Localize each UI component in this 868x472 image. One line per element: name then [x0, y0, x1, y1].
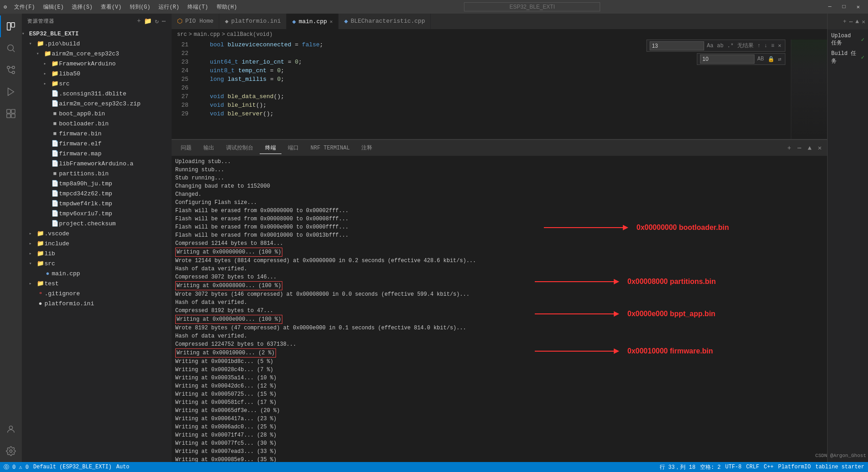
activity-debug[interactable]: [0, 81, 22, 103]
titlebar-menu-item[interactable]: 文件(F): [10, 2, 39, 12]
close-button[interactable]: ✕: [852, 0, 864, 14]
replace-match-case[interactable]: AB: [756, 55, 764, 63]
list-item[interactable]: ▸📁liba50: [22, 69, 172, 79]
sidebar-actions[interactable]: + 📁 ↻ ⋯: [137, 17, 166, 25]
tab-BLECharacteristic-cpp[interactable]: ◆BLECharacteristic.cpp: [339, 14, 431, 29]
task-item-upload[interactable]: Upload 任务 ✓: [829, 31, 866, 48]
tab-main-cpp[interactable]: ◆main.cpp✕: [286, 14, 338, 29]
list-item[interactable]: ■boot_app0.bin: [22, 109, 172, 119]
collapse-icon[interactable]: ⋯: [162, 17, 166, 25]
list-item[interactable]: ▾📁src: [22, 258, 172, 268]
list-item[interactable]: 📄tmp8a90h_ju.tmp: [22, 179, 172, 189]
tab-platformio-ini[interactable]: ◆platformio.ini: [219, 14, 286, 29]
find-next[interactable]: ↓: [763, 42, 768, 50]
find-regex[interactable]: .*: [726, 42, 735, 50]
titlebar-menu-item[interactable]: 选择(S): [68, 2, 96, 12]
list-item[interactable]: 📄.sconsign311.dblite: [22, 89, 172, 99]
panel-tab-端口[interactable]: 端口: [282, 142, 304, 154]
new-folder-icon[interactable]: 📁: [144, 17, 152, 25]
code-editor[interactable]: 212223242526272829 bool bluzeviceconnect…: [172, 40, 791, 139]
titlebar-menu[interactable]: 文件(F)编辑(E)选择(S)查看(V)转到(G)运行(R)终端(T)帮助(H): [10, 2, 241, 12]
list-item[interactable]: 📄tmpv6oxr1u7.tmp: [22, 209, 172, 219]
tab-close-icon[interactable]: ✕: [330, 19, 333, 25]
panel-tab-终端[interactable]: 终端: [260, 142, 281, 154]
find-close[interactable]: ✕: [777, 41, 782, 50]
list-item[interactable]: 📄project.checksum: [22, 219, 172, 229]
status-item[interactable]: UTF-8: [725, 464, 742, 470]
find-prev[interactable]: ↑: [756, 42, 761, 50]
replace-input[interactable]: [700, 55, 755, 64]
panel-tab-问题[interactable]: 问题: [175, 142, 197, 154]
status-item[interactable]: 空格: 2: [700, 463, 721, 471]
list-item[interactable]: 📄firmware.elf: [22, 139, 172, 149]
panel-tab-NRF TERMINAL[interactable]: NRF TERMINAL: [305, 143, 355, 153]
list-item[interactable]: ▸📁include: [22, 238, 172, 248]
maximize-panel-btn[interactable]: ▲: [806, 144, 813, 152]
status-item[interactable]: C++: [764, 464, 774, 470]
add-terminal-icon[interactable]: +: [843, 18, 847, 25]
list-item[interactable]: ■partitions.bin: [22, 169, 172, 179]
terminal-content[interactable]: Uploading stub...Running stub...Stub run…: [172, 156, 827, 462]
list-item[interactable]: ▸📁lib: [22, 248, 172, 258]
more-panel-icon[interactable]: ⋯: [796, 144, 803, 152]
breadcrumb-item[interactable]: callBack(void): [227, 31, 273, 38]
list-item[interactable]: ●platformio.ini: [22, 298, 172, 308]
status-item[interactable]: PlatformIO: [778, 464, 811, 470]
find-match-case[interactable]: Aa: [706, 42, 714, 50]
replace-preserve-case[interactable]: 🔒: [767, 55, 775, 64]
list-item[interactable]: 📄libFrameworkArduino.a: [22, 159, 172, 169]
close-panel-icon[interactable]: ✕: [862, 18, 865, 25]
replace-action[interactable]: ⇄: [777, 55, 782, 64]
titlebar-menu-item[interactable]: 编辑(E): [39, 2, 68, 12]
close-panel-btn[interactable]: ✕: [816, 144, 824, 152]
list-item[interactable]: ⚬.gitignore: [22, 288, 172, 298]
activity-search[interactable]: [0, 37, 22, 59]
list-item[interactable]: ▾📁airm2m_core_esp32c3: [22, 49, 172, 59]
list-item[interactable]: ●main.cpp: [22, 268, 172, 278]
panel-tab-输出[interactable]: 输出: [198, 142, 220, 154]
find-input-1[interactable]: [650, 41, 704, 50]
titlebar-menu-item[interactable]: 帮助(H): [213, 2, 241, 12]
status-auto[interactable]: Auto: [116, 464, 129, 470]
task-item-build[interactable]: Build 任务 ✓: [829, 48, 866, 66]
tab-PIO Home[interactable]: ⬡PIO Home: [172, 14, 219, 29]
list-item[interactable]: 📄tmpcd342z62.tmp: [22, 189, 172, 199]
list-item[interactable]: ▸📁.vscode: [22, 229, 172, 238]
activity-accounts[interactable]: [0, 418, 22, 440]
add-panel-icon[interactable]: +: [785, 144, 793, 152]
status-errors[interactable]: ⓪ 0 ⚠ 0: [4, 463, 29, 471]
list-item[interactable]: ▾📁.pio\build: [22, 39, 172, 49]
titlebar-menu-item[interactable]: 查看(V): [97, 2, 125, 12]
list-item[interactable]: 📄firmware.map: [22, 149, 172, 159]
list-item[interactable]: ■bootloader.bin: [22, 119, 172, 129]
titlebar-menu-item[interactable]: 运行(R): [155, 2, 183, 12]
status-item[interactable]: CRLF: [746, 464, 760, 470]
list-item[interactable]: 📄airm2m_core_esp32c3.zip: [22, 99, 172, 109]
panel-tab-注释[interactable]: 注释: [356, 142, 378, 154]
status-item[interactable]: tabline starter: [815, 464, 864, 470]
find-menu[interactable]: ≡: [770, 42, 775, 50]
activity-explorer[interactable]: [0, 15, 22, 37]
new-file-icon[interactable]: +: [137, 17, 141, 25]
activity-extensions[interactable]: [0, 103, 22, 124]
refresh-icon[interactable]: ↻: [155, 17, 159, 25]
list-item[interactable]: 📄tmpdwef4rlk.tmp: [22, 199, 172, 209]
maximize-button[interactable]: □: [838, 0, 850, 14]
activity-settings[interactable]: [0, 440, 22, 462]
tree-item-root[interactable]: ▾ESP32_BLE_EXTI: [22, 29, 172, 39]
list-item[interactable]: ▸📁FrameworkArduino: [22, 59, 172, 69]
titlebar-menu-item[interactable]: 终端(T): [184, 2, 212, 12]
activity-git[interactable]: [0, 59, 22, 81]
list-item[interactable]: ▸📁test: [22, 278, 172, 288]
status-branch[interactable]: Default (ESP32_BLE_EXTI): [33, 464, 112, 470]
titlebar-menu-item[interactable]: 转到(G): [126, 2, 154, 12]
list-item[interactable]: ■firmware.bin: [22, 129, 172, 139]
maximize-panel-icon[interactable]: ▲: [855, 18, 859, 25]
titlebar-search[interactable]: [464, 2, 600, 11]
breadcrumb-item[interactable]: src: [177, 31, 187, 38]
status-item[interactable]: 行 33，列 18: [660, 463, 695, 471]
find-whole-word[interactable]: ab: [716, 42, 724, 50]
minimize-button[interactable]: ─: [824, 0, 836, 14]
list-item[interactable]: ▸📁src: [22, 79, 172, 89]
breadcrumb-item[interactable]: main.cpp: [194, 31, 220, 38]
